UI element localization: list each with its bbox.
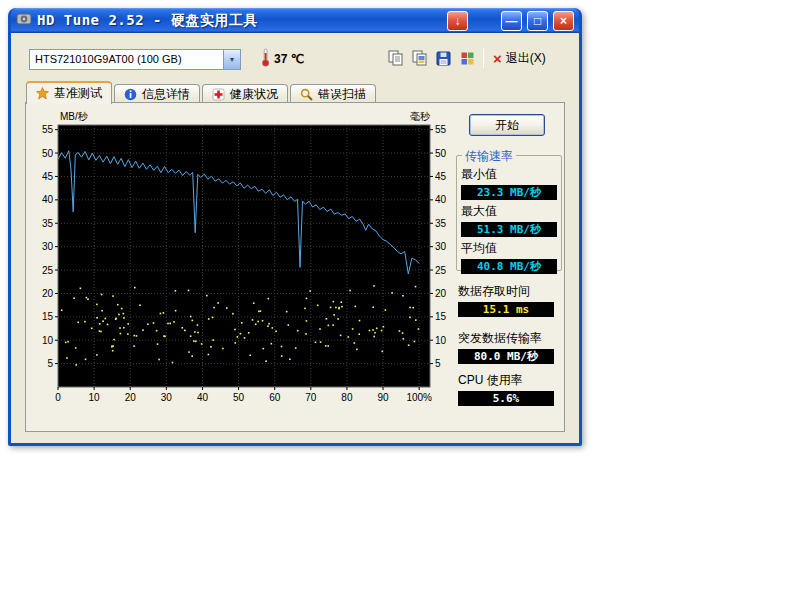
tab-info[interactable]: 信息详情 (114, 84, 200, 104)
minimize-button[interactable]: — (501, 11, 522, 31)
window-title: HD Tune 2.52 - 硬盘实用工具 (37, 12, 258, 30)
tab-health-label: 健康状况 (230, 86, 278, 103)
svg-text:90: 90 (377, 392, 389, 403)
avg-stat: 平均值 40.8 MB/秒 (461, 240, 561, 274)
svg-text:50: 50 (233, 392, 245, 403)
temperature-indicator: 37 ℃ (261, 48, 304, 70)
burst-rate-stat: 突发数据传输率 80.0 MB/秒 (458, 330, 564, 364)
options-icon (459, 50, 476, 67)
transfer-rate-group-title: 传输速率 (462, 148, 516, 165)
tab-error-scan-label: 错误扫描 (318, 86, 366, 103)
download-icon: ↓ (455, 15, 461, 27)
start-button-label: 开始 (495, 117, 519, 134)
burst-rate-label: 突发数据传输率 (458, 330, 564, 347)
avg-value-field: 40.8 MB/秒 (461, 259, 557, 274)
svg-text:10: 10 (42, 335, 54, 346)
options-button[interactable] (455, 46, 479, 70)
min-label: 最小值 (461, 166, 561, 183)
svg-text:10: 10 (89, 392, 101, 403)
svg-text:35: 35 (435, 218, 447, 229)
svg-text:20: 20 (125, 392, 137, 403)
svg-text:60: 60 (269, 392, 281, 403)
window-body: HTS721010G9AT00 (100 GB) ▼ 37 ℃ (11, 33, 579, 443)
svg-text:55: 55 (42, 124, 54, 135)
avg-label: 平均值 (461, 240, 561, 257)
toolbar-separator (483, 48, 484, 68)
copy-image-icon (411, 50, 428, 67)
min-stat: 最小值 23.3 MB/秒 (461, 166, 561, 200)
svg-text:35: 35 (42, 218, 54, 229)
svg-text:15: 15 (42, 311, 54, 322)
svg-text:80: 80 (341, 392, 353, 403)
svg-text:40: 40 (435, 194, 447, 205)
temperature-label: 37 ℃ (274, 52, 304, 66)
thermometer-icon (261, 48, 270, 70)
svg-text:30: 30 (435, 241, 447, 252)
svg-text:5: 5 (435, 358, 441, 369)
health-icon (212, 88, 225, 101)
max-label: 最大值 (461, 203, 561, 220)
save-button[interactable] (431, 46, 455, 70)
minimize-icon: — (506, 15, 518, 27)
titlebar[interactable]: HD Tune 2.52 - 硬盘实用工具 ↓ — □ × (11, 8, 579, 33)
svg-text:25: 25 (435, 265, 447, 276)
svg-text:20: 20 (435, 288, 447, 299)
svg-text:0: 0 (55, 392, 61, 403)
burst-rate-value-field: 80.0 MB/秒 (458, 349, 554, 364)
maximize-icon: □ (534, 15, 541, 27)
copy-text-button[interactable] (383, 46, 407, 70)
download-button[interactable]: ↓ (447, 11, 468, 31)
exit-x-icon: × (493, 51, 502, 66)
min-value-field: 23.3 MB/秒 (461, 185, 557, 200)
tab-benchmark[interactable]: 基准测试 (26, 81, 112, 104)
tab-benchmark-label: 基准测试 (54, 85, 102, 102)
svg-text:50: 50 (435, 148, 447, 159)
svg-text:15: 15 (435, 311, 447, 322)
svg-text:100%: 100% (406, 392, 432, 403)
close-icon: × (560, 15, 567, 27)
cpu-usage-value-field: 5.6% (458, 391, 554, 406)
svg-text:45: 45 (42, 171, 54, 182)
tab-bar: 基准测试 信息详情 健康状况 (26, 81, 378, 104)
transfer-rate-group: 传输速率 最小值 23.3 MB/秒 最大值 51.3 MB/秒 平均值 40.… (456, 155, 562, 271)
max-value-field: 51.3 MB/秒 (461, 222, 557, 237)
svg-text:40: 40 (42, 194, 54, 205)
svg-text:25: 25 (42, 265, 54, 276)
svg-text:10: 10 (435, 335, 447, 346)
access-time-value-field: 15.1 ms (458, 302, 554, 317)
copy-text-icon (387, 50, 404, 67)
transfer-rate-group-body: 最小值 23.3 MB/秒 最大值 51.3 MB/秒 平均值 40.8 MB/… (457, 156, 561, 277)
error-scan-icon (300, 88, 313, 101)
drive-select[interactable]: HTS721010G9AT00 (100 GB) ▼ (29, 49, 241, 70)
tab-info-label: 信息详情 (142, 86, 190, 103)
svg-text:毫秒: 毫秒 (410, 111, 431, 122)
exit-button[interactable]: × 退出(X) (488, 48, 551, 69)
tab-error-scan[interactable]: 错误扫描 (290, 84, 376, 104)
svg-text:20: 20 (42, 288, 54, 299)
benchmark-tab-page: 5510101515202025253030353540404545505055… (25, 102, 565, 432)
benchmark-chart: 5510101515202025253030353540404545505055… (30, 109, 456, 411)
drive-select-value: HTS721010G9AT00 (100 GB) (30, 50, 223, 69)
svg-text:5: 5 (47, 358, 53, 369)
svg-text:30: 30 (42, 241, 54, 252)
copy-image-button[interactable] (407, 46, 431, 70)
svg-text:50: 50 (42, 148, 54, 159)
svg-text:45: 45 (435, 171, 447, 182)
svg-text:MB/秒: MB/秒 (60, 111, 89, 122)
app-icon (16, 11, 32, 31)
toolbar-actions: × 退出(X) (383, 46, 551, 70)
svg-text:40: 40 (197, 392, 209, 403)
info-icon (124, 88, 137, 101)
maximize-button[interactable]: □ (527, 11, 548, 31)
close-button[interactable]: × (553, 11, 574, 31)
svg-text:55: 55 (435, 124, 447, 135)
save-icon (435, 50, 452, 67)
tab-health[interactable]: 健康状况 (202, 84, 288, 104)
exit-label: 退出(X) (506, 50, 546, 67)
chevron-down-icon[interactable]: ▼ (223, 50, 240, 69)
access-time-label: 数据存取时间 (458, 283, 564, 300)
start-button[interactable]: 开始 (469, 114, 545, 136)
benchmark-icon (36, 87, 49, 100)
cpu-usage-stat: CPU 使用率 5.6% (458, 372, 564, 406)
svg-text:30: 30 (161, 392, 173, 403)
